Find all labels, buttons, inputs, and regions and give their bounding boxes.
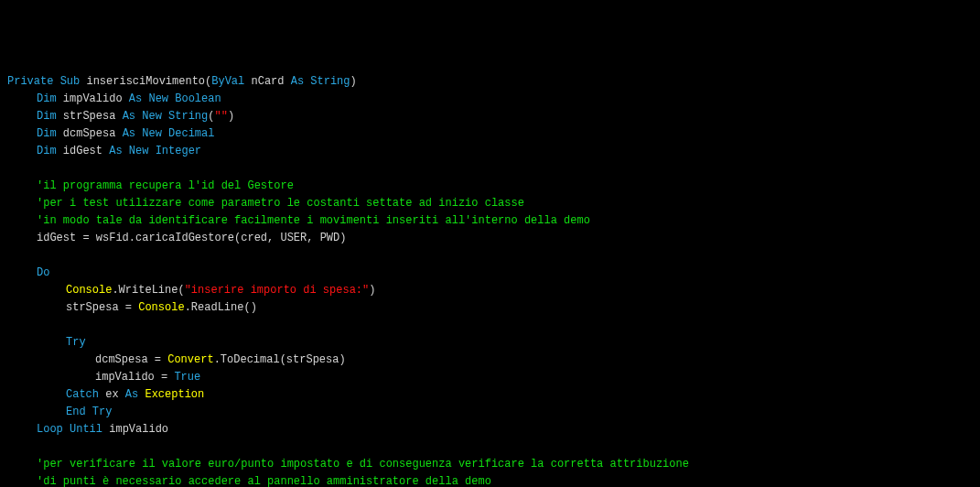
code-line: 'per verificare il valore euro/punto imp… (7, 456, 973, 473)
code-line (7, 438, 973, 456)
code-token (53, 75, 59, 88)
code-token: 'in modo tale da identificare facilmente… (37, 214, 590, 227)
code-token: nCard (244, 75, 290, 88)
code-token: Loop (37, 423, 63, 436)
code-token: dcmSpesa (57, 127, 123, 140)
code-token: Try (66, 336, 86, 349)
code-token: strSpesa (57, 110, 123, 123)
code-token (63, 423, 70, 436)
code-token: As (109, 145, 122, 157)
code-line: strSpesa = Console.ReadLine() (7, 299, 973, 317)
code-token: Dim (37, 145, 57, 157)
code-token: As (129, 92, 142, 105)
code-token: Do (37, 266, 49, 279)
code-line (7, 317, 973, 334)
code-line: Dim dcmSpesa As New Decimal (7, 125, 973, 143)
code-token: Catch (66, 388, 99, 401)
code-token: New (142, 127, 162, 140)
code-token: ByVal (211, 75, 244, 88)
code-token: Dim (37, 92, 57, 105)
code-token: Integer (156, 145, 201, 157)
code-token: String (310, 75, 350, 88)
code-token: As (123, 110, 135, 123)
code-token: Exception (145, 388, 204, 401)
code-line: idGest = wsFid.caricaIdGestore(cred, USE… (7, 230, 973, 247)
code-token: Until (70, 423, 102, 436)
code-line: Try (7, 334, 973, 352)
code-token: New (148, 92, 168, 105)
code-token: inserisciMovimento( (80, 75, 211, 88)
code-token: As (291, 75, 304, 88)
code-line (7, 160, 973, 178)
code-token: ) (350, 75, 357, 88)
code-line: 'di punti è necessario accedere al panne… (7, 473, 973, 487)
code-token: ex (99, 388, 125, 401)
code-token: ) (369, 284, 375, 297)
code-token: True (174, 371, 200, 384)
code-token: Sub (60, 75, 81, 88)
code-token (7, 249, 14, 262)
code-token: As (125, 388, 138, 401)
code-token (86, 406, 92, 418)
code-token: As (123, 127, 135, 140)
code-token: Dim (37, 127, 57, 140)
code-line: Console.WriteLine("inserire importo di s… (7, 282, 973, 299)
code-token: String (168, 110, 208, 123)
code-token: Decimal (168, 127, 214, 140)
code-token: 'il programma recupera l'id del Gestore (37, 179, 294, 192)
code-line: Do (7, 265, 973, 282)
code-token: Dim (37, 110, 57, 123)
code-line: End Try (7, 404, 973, 421)
code-token: ) (228, 110, 234, 123)
code-line: 'il programma recupera l'id del Gestore (7, 178, 973, 195)
code-token: New (129, 145, 149, 157)
code-token: Console (138, 301, 184, 314)
code-token: 'di punti è necessario accedere al panne… (37, 475, 491, 487)
code-token (7, 440, 14, 453)
code-token (7, 162, 14, 175)
code-token (123, 145, 129, 157)
code-line: 'per i test utilizzare come parametro le… (7, 195, 973, 212)
code-token: .WriteLine( (112, 284, 184, 297)
code-token: .ToDecimal(strSpesa) (214, 353, 346, 366)
code-line: 'in modo tale da identificare facilmente… (7, 212, 973, 230)
code-token: 'per verificare il valore euro/punto imp… (37, 458, 689, 471)
code-token (148, 145, 155, 157)
code-token: Try (92, 406, 113, 418)
code-token: "" (214, 110, 227, 123)
code-token: idGest (57, 145, 110, 157)
code-token (162, 110, 168, 123)
code-token: Convert (167, 353, 213, 366)
code-token: .ReadLine() (185, 301, 257, 314)
code-line: Private Sub inserisciMovimento(ByVal nCa… (7, 73, 973, 91)
code-line: Dim strSpesa As New String("") (7, 108, 973, 125)
code-token: Boolean (175, 92, 221, 105)
code-line: Dim idGest As New Integer (7, 143, 973, 160)
code-token: impValido (57, 92, 129, 105)
code-token: dcmSpesa = (95, 353, 167, 366)
code-line (7, 247, 973, 265)
code-token: "inserire importo di spesa:" (185, 284, 370, 297)
code-line: Dim impValido As New Boolean (7, 91, 973, 108)
code-token (162, 127, 168, 140)
code-block: Private Sub inserisciMovimento(ByVal nCa… (7, 73, 973, 487)
code-token: strSpesa = (66, 301, 138, 314)
code-token: 'per i test utilizzare come parametro le… (37, 197, 524, 210)
code-line: Catch ex As Exception (7, 386, 973, 404)
code-line: impValido = True (7, 369, 973, 386)
code-token: End (66, 406, 86, 418)
code-token: Private (7, 75, 53, 88)
code-token: Console (66, 284, 112, 297)
code-line: Loop Until impValido (7, 421, 973, 438)
code-line: dcmSpesa = Convert.ToDecimal(strSpesa) (7, 352, 973, 369)
code-token: impValido = (95, 371, 174, 384)
code-token: New (142, 110, 162, 123)
code-token (7, 319, 14, 331)
code-token: idGest = wsFid.caricaIdGestore(cred, USE… (37, 232, 346, 244)
code-token: impValido (102, 423, 168, 436)
